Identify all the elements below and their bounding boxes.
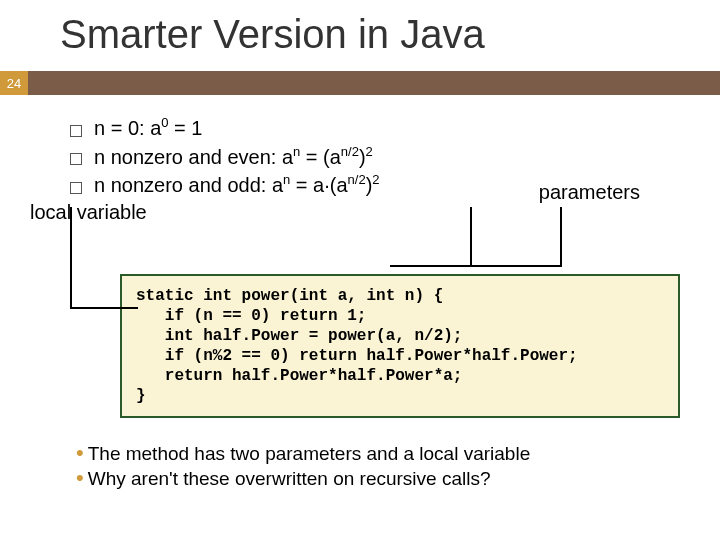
bullet-text: n nonzero and even: an = (an/2)2 [94,144,373,169]
sup: 2 [372,172,379,187]
callout-line [438,265,562,267]
t: n nonzero and odd: a [94,174,283,196]
t: n nonzero and even: a [94,145,293,167]
page-number: 24 [0,71,28,95]
note-text: The method has two parameters and a loca… [88,443,531,465]
slide-content: n = 0: a0 = 1 n nonzero and even: an = (… [0,95,720,490]
note-text: Why aren't these overwritten on recursiv… [88,468,491,490]
note-item: • Why aren't these overwritten on recurs… [76,467,690,490]
callout-line [70,307,138,309]
t: n = 0: a [94,117,161,139]
bullet-text: n = 0: a0 = 1 [94,115,202,140]
callout-line [70,207,72,307]
sup: 2 [366,144,373,159]
code-block: static int power(int a, int n) { if (n =… [120,274,680,418]
local-variable-label: local variable [30,201,690,224]
header-bar: 24 [0,71,720,95]
t: = a·(a [290,174,347,196]
callout-line [560,207,562,265]
note-item: • The method has two parameters and a lo… [76,442,690,465]
t: ) [359,145,366,167]
t: = (a [300,145,341,167]
parameters-label: parameters [539,181,640,204]
sup: 0 [161,115,168,130]
bullet-case-zero: n = 0: a0 = 1 [70,115,690,140]
callout-line [470,207,472,265]
slide-title: Smarter Version in Java [0,0,720,71]
t: = 1 [169,117,203,139]
bullet-case-even: n nonzero and even: an = (an/2)2 [70,144,690,169]
bullet-marker-icon [70,153,82,165]
bullet-marker-icon [70,125,82,137]
bullet-text: n nonzero and odd: an = a·(an/2)2 [94,172,380,197]
sup: n/2 [341,144,359,159]
dot-icon: • [76,467,84,489]
dot-icon: • [76,442,84,464]
bullet-marker-icon [70,182,82,194]
footer-notes: • The method has two parameters and a lo… [76,442,690,490]
sup: n/2 [348,172,366,187]
